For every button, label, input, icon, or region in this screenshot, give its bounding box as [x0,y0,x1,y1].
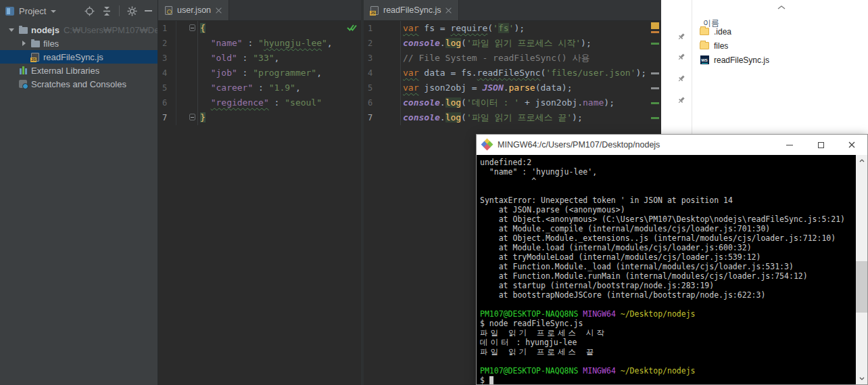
fold-gutter[interactable] [176,36,198,51]
code-line[interactable]: 2 "name" : "hyungju-lee", [158,36,361,51]
code-line[interactable]: 3// File System - readFileSync() 사용 [364,51,661,66]
chevron-down-icon[interactable] [51,10,56,13]
project-tree: nodejsC:₩Users₩PM107₩DeskfilesreadFileSy… [0,23,158,91]
code-line[interactable]: 6console.log('데이터 : ' + json2obj.name); [364,95,661,110]
folder-icon [699,42,710,49]
fold-gutter[interactable] [176,21,198,36]
project-tree-item-files[interactable]: files [0,37,158,50]
project-panel-title[interactable]: Project [19,6,46,16]
terminal-line [480,186,856,196]
terminal-text: at Function.Module._load (internal/modul… [480,262,794,271]
terminal-text [616,309,621,319]
terminal-line: "name" : 'hyungju-lee', [480,167,856,177]
explorer-item-idea[interactable]: .idea [698,24,867,39]
terminal-titlebar[interactable]: MINGW64:/c/Users/PM107/Desktop/nodejs [477,135,867,155]
code-token: "old" [211,53,237,63]
pin-icon[interactable] [677,32,685,43]
minimize-button[interactable] [774,135,805,155]
locate-file-icon[interactable] [85,6,95,16]
code-token [200,53,211,63]
code-line[interactable]: 1{ [158,21,361,36]
change-marker [651,72,659,74]
collapse-all-icon[interactable] [102,6,112,16]
project-tree-item-scratches-and-consoles[interactable]: Scratches and Consoles [0,77,158,91]
code-token [200,97,211,108]
code-token [200,83,211,93]
explorer-item-readfilesync-js[interactable]: WSreadFileSync.js [698,53,867,67]
fold-gutter[interactable] [176,110,198,125]
folder-icon [30,39,41,47]
code-line[interactable]: 4var data = fs.readFileSync('files/user.… [364,66,661,81]
terminal-output[interactable]: undefined:2 "name" : 'hyungju-lee', ^ Sy… [477,155,856,384]
tab-close-icon[interactable] [216,7,222,14]
pin-icon[interactable] [677,96,685,106]
code-line[interactable]: 5var json2obj = JSON.parse(data); [364,81,661,95]
explorer-item-files[interactable]: files [698,39,867,53]
line-number: 1 [158,21,176,36]
code-token: var [403,23,418,33]
chevron-collapsed-icon[interactable] [18,41,30,46]
code-line[interactable]: 1var fs = require('fs'); [364,21,661,36]
fold-marker-icon[interactable] [189,114,195,120]
code-token: . [440,112,445,122]
json-file-icon [165,6,172,15]
code-token: { [200,23,206,33]
code-token: fs [498,23,509,33]
project-tree-item-external-libraries[interactable]: External Libraries [0,64,158,77]
scrollbar-track[interactable] [856,166,867,373]
code-line[interactable]: 2console.log('파일 읽기 프로세스 시작'); [364,36,661,51]
editor-tab-user-json[interactable]: user.json [158,0,229,20]
pin-icon[interactable] [677,74,685,85]
pin-icon[interactable] [677,53,685,63]
line-number: 1 [364,21,381,36]
terminal-line: PM107@DESKTOP-NAQQ8NS MINGW64 ~/Desktop/… [480,309,856,319]
code-token: " [258,38,264,48]
code-token: : [243,38,258,48]
terminal-scrollbar[interactable] [856,155,867,384]
fold-gutter[interactable] [176,51,198,66]
chevron-expanded-icon[interactable] [5,28,18,32]
inspections-status-icon[interactable] [651,22,659,29]
code-token: "33" [253,53,274,63]
project-tree-item-readfilesync-js[interactable]: readFileSync.js [0,50,158,64]
project-tree-item-nodejs[interactable]: nodejsC:₩Users₩PM107₩Desk [0,23,158,37]
code-token: "career" [211,83,254,93]
terminal-text: undefined:2 [480,158,531,167]
code-line[interactable]: 4 "job" : "programmer", [158,66,361,81]
fold-marker-icon[interactable] [189,24,195,31]
line-number: 6 [364,95,381,110]
code-line[interactable]: 3 "old" : "33", [158,51,361,66]
code-token: } [200,112,206,122]
tree-item-label: External Libraries [31,66,99,76]
code-token: , [295,83,301,93]
terminal-text [616,366,621,376]
code-line[interactable]: 5 "career" : "1.9", [158,81,361,95]
code-token: ( [487,23,493,33]
editor-tab-readfilesync-js[interactable]: readFileSync.js [364,0,459,20]
code-token: "1.9" [269,83,295,93]
tab-close-icon[interactable] [445,7,452,14]
code-line[interactable]: 7} [158,110,361,125]
terminal-text: $ [480,376,489,384]
line-number: 6 [158,95,176,110]
fold-gutter[interactable] [176,66,198,81]
code-token: : [237,53,253,63]
terminal-line [480,300,856,309]
scroll-up-icon[interactable] [856,155,867,166]
settings-gear-icon[interactable] [127,6,137,16]
fold-gutter[interactable] [176,95,198,110]
code-text: var fs = require('fs'); [401,21,525,36]
hide-panel-icon[interactable] [145,10,152,12]
sort-ascending-icon[interactable] [777,2,786,12]
scrollbar-thumb[interactable] [856,261,867,313]
code-token: '파일 읽기 프로세스 끝' [466,112,572,122]
maximize-button[interactable] [805,135,836,155]
code-token: log [445,112,461,122]
scroll-down-icon[interactable] [856,373,867,384]
inspections-ok-icon[interactable] [347,24,357,34]
close-button[interactable] [836,135,867,155]
fold-gutter[interactable] [176,81,198,95]
code-line[interactable]: 7console.log('파일 읽기 프로세스 끝'); [364,110,661,125]
code-line[interactable]: 6 "regidence" : "seoul" [158,95,361,110]
editor-user-json[interactable]: 1{2 "name" : "hyungju-lee",3 "old" : "33… [158,21,361,385]
